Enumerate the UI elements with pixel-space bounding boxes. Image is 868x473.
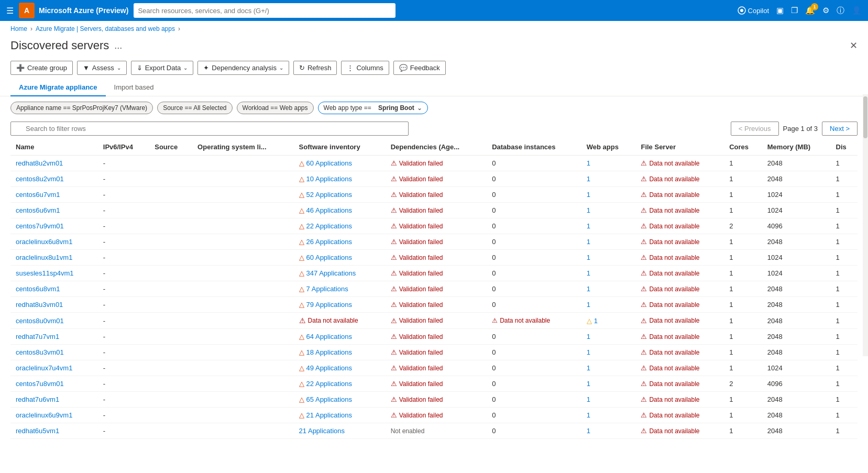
col-db[interactable]: Database instances xyxy=(487,139,581,156)
server-name-link[interactable]: centos8u2vm01 xyxy=(16,175,64,183)
cell-deps[interactable]: ⚠ Validation failed xyxy=(386,329,487,345)
webapps-link[interactable]: 1 xyxy=(587,301,590,309)
dependency-analysis-button[interactable]: ✦ Dependency analysis ⌄ xyxy=(197,61,289,75)
cell-name[interactable]: centos7u9vm01 xyxy=(10,218,98,234)
cell-deps[interactable]: ⚠ Validation failed xyxy=(386,345,487,360)
server-name-link[interactable]: redhat6u5vm1 xyxy=(16,427,59,435)
cell-software[interactable]: △ 18 Applications xyxy=(294,345,386,360)
cell-webapps[interactable]: 1 xyxy=(581,329,636,345)
server-name-link[interactable]: susesles11sp4vm1 xyxy=(16,269,74,277)
global-search-input[interactable] xyxy=(134,3,395,18)
software-apps-link[interactable]: 65 Applications xyxy=(306,395,352,403)
cell-software[interactable]: △ 60 Applications xyxy=(294,250,386,266)
filter-webapp-type[interactable]: Web app type == Spring Boot ⌄ xyxy=(318,102,428,114)
previous-button[interactable]: < Previous xyxy=(731,122,779,136)
server-name-link[interactable]: oraclelinux6u8vm1 xyxy=(16,238,72,246)
create-group-button[interactable]: ➕ Create group xyxy=(10,61,73,75)
cell-deps[interactable]: ⚠ Validation failed xyxy=(386,156,487,171)
cell-webapps[interactable]: 1 xyxy=(581,266,636,281)
webapps-link[interactable]: 1 xyxy=(587,191,590,199)
webapps-link[interactable]: 1 xyxy=(587,269,590,277)
webapps-link[interactable]: 1 xyxy=(587,333,590,340)
refresh-button[interactable]: ↻ Refresh xyxy=(293,61,337,75)
cell-software[interactable]: △ 65 Applications xyxy=(294,392,386,408)
server-name-link[interactable]: redhat7u7vm1 xyxy=(16,333,59,340)
software-apps-link[interactable]: 26 Applications xyxy=(306,238,352,246)
share-icon[interactable]: ❐ xyxy=(791,6,798,15)
col-webapps[interactable]: Web apps xyxy=(581,139,636,156)
cell-software[interactable]: △ 46 Applications xyxy=(294,203,386,218)
server-name-link[interactable]: oraclelinux8u1vm1 xyxy=(16,254,72,261)
col-fileserver[interactable]: File Server xyxy=(635,139,724,156)
cell-deps[interactable]: ⚠ Validation failed xyxy=(386,313,487,329)
software-apps-link[interactable]: 22 Applications xyxy=(306,222,352,230)
breadcrumb-parent[interactable]: Azure Migrate | Servers, databases and w… xyxy=(36,25,175,32)
software-apps-link[interactable]: 64 Applications xyxy=(306,333,352,340)
close-button[interactable]: ✕ xyxy=(850,40,858,51)
cell-name[interactable]: oraclelinux8u1vm1 xyxy=(10,250,98,266)
software-apps-link[interactable]: 18 Applications xyxy=(306,348,352,356)
webapps-link[interactable]: 1 xyxy=(587,206,590,214)
cell-software[interactable]: △ 60 Applications xyxy=(294,156,386,171)
software-apps-link[interactable]: 49 Applications xyxy=(306,364,352,372)
software-apps-link[interactable]: 347 Applications xyxy=(306,269,356,277)
cell-software[interactable]: △ 10 Applications xyxy=(294,171,386,187)
desktop-icon[interactable]: ▣ xyxy=(776,6,784,15)
cell-webapps[interactable]: 1 xyxy=(581,408,636,423)
cell-name[interactable]: redhat7u6vm1 xyxy=(10,392,98,408)
cell-name[interactable]: centos7u8vm01 xyxy=(10,376,98,392)
cell-deps[interactable]: ⚠ Validation failed xyxy=(386,408,487,423)
server-name-link[interactable]: centos6u8vm1 xyxy=(16,285,60,293)
software-apps-link[interactable]: 46 Applications xyxy=(306,206,352,214)
cell-name[interactable]: centos6u8vm1 xyxy=(10,281,98,297)
cell-deps[interactable]: ⚠ Validation failed xyxy=(386,250,487,266)
next-button[interactable]: Next > xyxy=(822,122,858,136)
col-dis[interactable]: Dis xyxy=(831,139,858,156)
cell-software[interactable]: △ 347 Applications xyxy=(294,266,386,281)
webapps-link[interactable]: 1 xyxy=(587,411,590,419)
cell-deps[interactable]: ⚠ Validation failed xyxy=(386,234,487,250)
software-apps-link[interactable]: 10 Applications xyxy=(306,175,352,183)
cell-name[interactable]: oraclelinux7u4vm1 xyxy=(10,360,98,376)
server-name-link[interactable]: centos7u8vm01 xyxy=(16,380,64,388)
settings-icon[interactable]: ⚙ xyxy=(822,6,829,15)
cell-webapps[interactable]: 1 xyxy=(581,250,636,266)
col-memory[interactable]: Memory (MB) xyxy=(762,139,831,156)
software-apps-link[interactable]: 60 Applications xyxy=(306,254,352,261)
server-name-link[interactable]: oraclelinux6u9vm1 xyxy=(16,411,72,419)
server-name-link[interactable]: centos6u7vm1 xyxy=(16,191,60,199)
col-cores[interactable]: Cores xyxy=(724,139,762,156)
cell-deps[interactable]: ⚠ Validation failed xyxy=(386,376,487,392)
col-deps[interactable]: Dependencies (Age... xyxy=(386,139,487,156)
webapps-link[interactable]: 1 xyxy=(587,222,590,230)
col-os[interactable]: Operating system li... xyxy=(192,139,294,156)
cell-software[interactable]: △ 22 Applications xyxy=(294,376,386,392)
cell-name[interactable]: redhat8u2vm01 xyxy=(10,156,98,171)
webapps-link[interactable]: 1 xyxy=(587,395,590,403)
cell-deps[interactable]: ⚠ Validation failed xyxy=(386,297,487,313)
cell-software[interactable]: △ 79 Applications xyxy=(294,297,386,313)
software-apps-link[interactable]: 79 Applications xyxy=(306,301,352,309)
cell-deps[interactable]: ⚠ Validation failed xyxy=(386,203,487,218)
cell-name[interactable]: redhat7u7vm1 xyxy=(10,329,98,345)
tab-azure-migrate-appliance[interactable]: Azure Migrate appliance xyxy=(10,79,106,96)
server-name-link[interactable]: redhat7u6vm1 xyxy=(16,395,59,403)
software-na-link[interactable]: Data not available xyxy=(308,317,358,324)
page-menu-icon[interactable]: ... xyxy=(114,40,122,51)
columns-button[interactable]: ⋮ Columns xyxy=(341,61,389,75)
webapps-link[interactable]: 1 xyxy=(587,364,590,372)
cell-deps[interactable]: Not enabled xyxy=(386,423,487,439)
webapps-link[interactable]: 1 xyxy=(587,285,590,293)
breadcrumb-home[interactable]: Home xyxy=(10,25,27,32)
cell-deps[interactable]: ⚠ Validation failed xyxy=(386,392,487,408)
webapps-link[interactable]: 1 xyxy=(587,254,590,261)
cell-name[interactable]: oraclelinux6u9vm1 xyxy=(10,408,98,423)
cell-webapps[interactable]: 1 xyxy=(581,218,636,234)
server-name-link[interactable]: oraclelinux7u4vm1 xyxy=(16,364,72,372)
cell-webapps[interactable]: △ 1 xyxy=(581,313,636,329)
cell-deps[interactable]: ⚠ Validation failed xyxy=(386,266,487,281)
cell-webapps[interactable]: 1 xyxy=(581,187,636,203)
export-data-button[interactable]: ⇓ Export Data ⌄ xyxy=(131,61,194,75)
cell-webapps[interactable]: 1 xyxy=(581,360,636,376)
cell-webapps[interactable]: 1 xyxy=(581,234,636,250)
